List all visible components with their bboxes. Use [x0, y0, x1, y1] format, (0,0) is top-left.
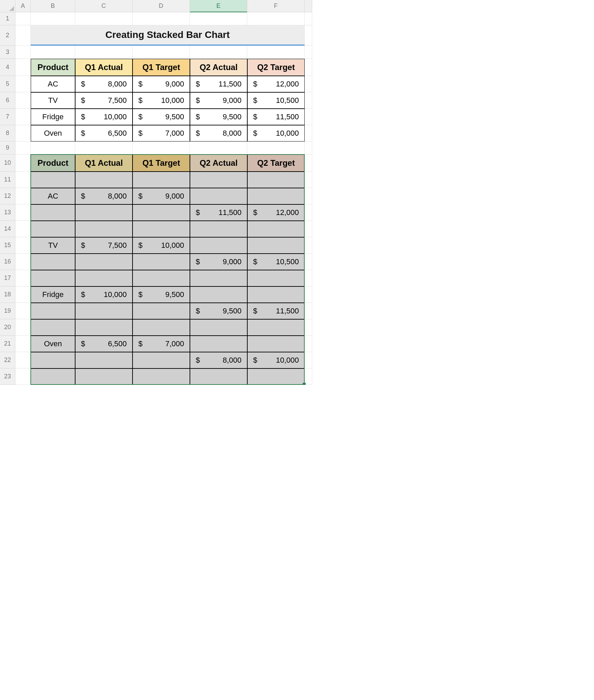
table1-q2a[interactable]: $11,500	[190, 76, 247, 92]
empty-cell[interactable]	[15, 188, 31, 204]
table2-q1t[interactable]	[133, 204, 190, 221]
table2-q1t[interactable]	[133, 254, 190, 270]
empty-cell[interactable]	[75, 12, 133, 25]
table1-q1a[interactable]: $6,500	[75, 125, 133, 142]
table2-product[interactable]: AC	[31, 188, 75, 204]
empty-cell[interactable]	[305, 352, 312, 368]
table1-header-q2a[interactable]: Q2 Actual	[190, 59, 247, 76]
row-header-7[interactable]: 7	[0, 109, 15, 125]
table2-q1a[interactable]	[75, 303, 133, 319]
table1-q2t[interactable]: $11,500	[247, 109, 305, 125]
empty-cell[interactable]	[305, 125, 312, 142]
empty-cell[interactable]	[305, 270, 312, 286]
table2-product[interactable]: Oven	[31, 336, 75, 352]
table1-product[interactable]: AC	[31, 76, 75, 92]
empty-cell[interactable]	[15, 204, 31, 221]
empty-cell[interactable]	[133, 46, 190, 59]
table2-q1a[interactable]	[75, 352, 133, 368]
table2-q1a[interactable]: $8,000	[75, 188, 133, 204]
empty-cell[interactable]	[31, 12, 75, 25]
empty-cell[interactable]	[305, 303, 312, 319]
row-header-10[interactable]: 10	[0, 154, 15, 172]
table2-q1t[interactable]	[133, 352, 190, 368]
table2-q1a[interactable]: $6,500	[75, 336, 133, 352]
table1-q2a[interactable]: $8,000	[190, 125, 247, 142]
empty-cell[interactable]	[305, 59, 312, 76]
table2-q1a[interactable]	[75, 368, 133, 385]
table2-q2t[interactable]	[247, 221, 305, 237]
empty-cell[interactable]	[133, 142, 190, 154]
table1-q1t[interactable]: $9,500	[133, 109, 190, 125]
row-header-3[interactable]: 3	[0, 46, 15, 59]
table2-q1t[interactable]	[133, 368, 190, 385]
empty-cell[interactable]	[305, 319, 312, 336]
table2-q2t[interactable]	[247, 237, 305, 254]
table2-header-q1a[interactable]: Q1 Actual	[75, 154, 133, 172]
row-header-5[interactable]: 5	[0, 76, 15, 92]
table1-q1t[interactable]: $10,000	[133, 92, 190, 109]
table2-q1t[interactable]: $9,500	[133, 286, 190, 303]
empty-cell[interactable]	[305, 204, 312, 221]
sheet-title[interactable]: Creating Stacked Bar Chart	[31, 25, 305, 46]
table2-q2a[interactable]	[190, 221, 247, 237]
empty-cell[interactable]	[305, 92, 312, 109]
table2-q2t[interactable]	[247, 270, 305, 286]
empty-cell[interactable]	[15, 172, 31, 188]
table2-q1t[interactable]	[133, 221, 190, 237]
empty-cell[interactable]	[305, 336, 312, 352]
empty-cell[interactable]	[15, 25, 31, 46]
table2-q2a[interactable]	[190, 336, 247, 352]
table2-q1a[interactable]	[75, 172, 133, 188]
table2-q2t[interactable]	[247, 368, 305, 385]
table2-q2a[interactable]	[190, 172, 247, 188]
empty-cell[interactable]	[305, 172, 312, 188]
column-header-A[interactable]: A	[15, 0, 31, 12]
empty-cell[interactable]	[305, 12, 312, 25]
row-header-21[interactable]: 21	[0, 336, 15, 352]
table2-q2a[interactable]: $11,500	[190, 204, 247, 221]
empty-cell[interactable]	[15, 286, 31, 303]
empty-cell[interactable]	[247, 46, 305, 59]
empty-cell[interactable]	[305, 237, 312, 254]
table1-q2t[interactable]: $10,000	[247, 125, 305, 142]
empty-cell[interactable]	[15, 303, 31, 319]
table2-q1t[interactable]	[133, 319, 190, 336]
row-header-9[interactable]: 9	[0, 142, 15, 154]
table2-q1a[interactable]	[75, 254, 133, 270]
table1-product[interactable]: TV	[31, 92, 75, 109]
empty-cell[interactable]	[15, 76, 31, 92]
table2-product[interactable]	[31, 221, 75, 237]
row-header-15[interactable]: 15	[0, 237, 15, 254]
table2-header-q2a[interactable]: Q2 Actual	[190, 154, 247, 172]
empty-cell[interactable]	[15, 254, 31, 270]
table2-q1t[interactable]	[133, 303, 190, 319]
empty-cell[interactable]	[15, 125, 31, 142]
table1-header-q1a[interactable]: Q1 Actual	[75, 59, 133, 76]
table2-q2t[interactable]: $12,000	[247, 204, 305, 221]
empty-cell[interactable]	[31, 142, 75, 154]
empty-cell[interactable]	[190, 46, 247, 59]
row-header-13[interactable]: 13	[0, 204, 15, 221]
table2-q1a[interactable]	[75, 221, 133, 237]
empty-cell[interactable]	[15, 336, 31, 352]
table2-product[interactable]	[31, 303, 75, 319]
empty-cell[interactable]	[15, 46, 31, 59]
row-header-14[interactable]: 14	[0, 221, 15, 237]
table2-q1t[interactable]	[133, 172, 190, 188]
select-all-corner[interactable]	[0, 0, 15, 12]
column-header-B[interactable]: B	[31, 0, 75, 12]
table1-q1t[interactable]: $7,000	[133, 125, 190, 142]
row-header-11[interactable]: 11	[0, 172, 15, 188]
table2-q2t[interactable]	[247, 172, 305, 188]
table2-product[interactable]: Fridge	[31, 286, 75, 303]
table2-header-q2t[interactable]: Q2 Target	[247, 154, 305, 172]
column-header-E[interactable]: E	[190, 0, 247, 12]
table2-q2a[interactable]	[190, 188, 247, 204]
empty-cell[interactable]	[247, 142, 305, 154]
table2-product[interactable]	[31, 204, 75, 221]
empty-cell[interactable]	[133, 12, 190, 25]
column-header-F[interactable]: F	[247, 0, 305, 12]
table1-q1a[interactable]: $10,000	[75, 109, 133, 125]
table2-product[interactable]	[31, 319, 75, 336]
empty-cell[interactable]	[31, 46, 75, 59]
